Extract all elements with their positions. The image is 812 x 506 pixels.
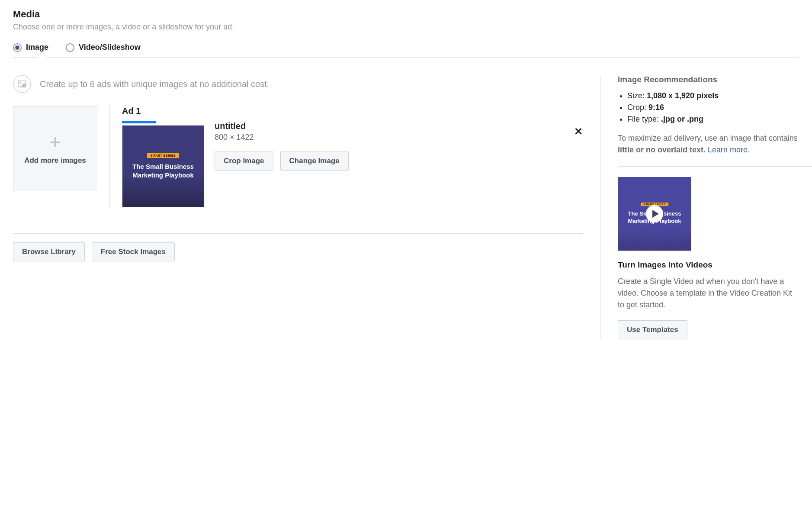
rec-size: Size: 1,080 x 1,920 pixels — [627, 91, 799, 100]
play-icon — [646, 205, 663, 222]
ad-title: Ad 1 — [122, 106, 583, 116]
rec-size-label: Size: — [627, 91, 647, 100]
close-icon: ✕ — [574, 126, 583, 137]
divider — [109, 106, 110, 207]
rec-desc-bold: little or no overlaid text. — [618, 145, 706, 154]
rec-crop: Crop: 9:16 — [627, 103, 799, 112]
change-image-button[interactable]: Change Image — [280, 151, 349, 171]
ad-block: Ad 1 4 PART SERIES The Small Business Ma… — [122, 106, 583, 207]
ad-dimensions: 800 × 1422 — [215, 133, 583, 142]
radio-selected-icon — [13, 43, 22, 52]
recommendations-description: To maximize ad delivery, use an image th… — [618, 132, 799, 156]
video-section-description: Create a Single Video ad when you don't … — [618, 276, 799, 311]
rec-filetype-value: .jpg or .png — [661, 115, 703, 123]
image-info-icon — [13, 75, 31, 93]
remove-ad-button[interactable]: ✕ — [574, 126, 583, 138]
tab-video-label: Video/Slideshow — [79, 43, 141, 52]
info-text: Create up to 6 ads with unique images at… — [40, 79, 269, 89]
divider — [13, 233, 583, 234]
rec-filetype-label: File type: — [627, 115, 661, 123]
section-title: Media — [13, 9, 799, 20]
crop-image-button[interactable]: Crop Image — [215, 151, 273, 171]
add-more-images-button[interactable]: + Add more images — [13, 106, 97, 190]
rec-crop-value: 9:16 — [648, 103, 664, 112]
learn-more-link[interactable]: Learn more. — [708, 145, 750, 154]
radio-unselected-icon — [66, 43, 74, 52]
recommendations-list: Size: 1,080 x 1,920 pixels Crop: 9:16 Fi… — [618, 91, 799, 124]
use-templates-button[interactable]: Use Templates — [618, 320, 687, 339]
thumbnail-text-line2: Marketing Playbook — [132, 171, 194, 180]
tab-video-slideshow[interactable]: Video/Slideshow — [66, 43, 141, 52]
ad-thumbnail[interactable]: 4 PART SERIES The Small Business Marketi… — [122, 125, 204, 207]
sidebar: Image Recommendations Size: 1,080 x 1,92… — [600, 75, 799, 339]
tab-image-label: Image — [26, 43, 48, 52]
upload-progress-bar — [122, 121, 156, 123]
section-subtitle: Choose one or more images, a video or a … — [13, 23, 799, 32]
video-section-title: Turn Images Into Videos — [618, 260, 799, 270]
thumbnail-text-line1: The Small Business — [132, 162, 194, 171]
ad-filename: untitled — [215, 121, 583, 131]
recommendations-title: Image Recommendations — [618, 75, 799, 84]
active-tab-indicator-icon — [37, 52, 47, 58]
add-more-label: Add more images — [24, 156, 86, 165]
rec-filetype: File type: .jpg or .png — [627, 115, 799, 124]
video-preview-thumbnail[interactable]: 4 PART SERIES The Small Business Marketi… — [618, 177, 691, 251]
tab-image[interactable]: Image — [13, 43, 48, 52]
rec-crop-label: Crop: — [627, 103, 648, 112]
media-type-tabs: Image Video/Slideshow — [13, 43, 799, 58]
thumbnail-badge: 4 PART SERIES — [147, 153, 180, 158]
free-stock-images-button[interactable]: Free Stock Images — [92, 242, 175, 261]
rec-size-value: 1,080 x 1,920 pixels — [647, 91, 719, 100]
main-panel: Create up to 6 ads with unique images at… — [13, 75, 600, 339]
rec-desc-pre: To maximize ad delivery, use an image th… — [618, 134, 798, 142]
plus-icon: + — [49, 132, 61, 152]
browse-library-button[interactable]: Browse Library — [13, 242, 85, 261]
divider — [618, 166, 812, 167]
